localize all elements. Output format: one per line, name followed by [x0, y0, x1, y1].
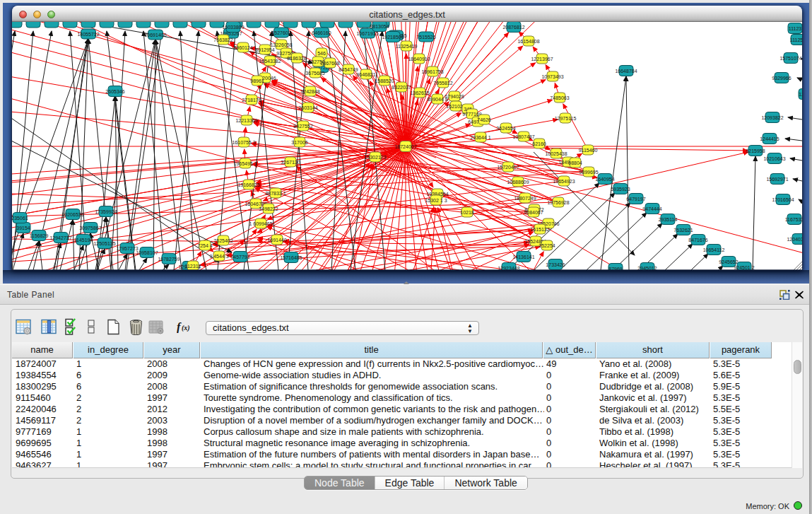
svg-text:15302173: 15302173 [364, 155, 386, 160]
svg-text:15751074: 15751074 [779, 56, 801, 61]
svg-text:8427552: 8427552 [293, 124, 312, 129]
svg-text:f: f [177, 321, 182, 333]
svg-text:1 6099465: 1 6099465 [249, 221, 272, 226]
svg-text:6794028: 6794028 [445, 94, 464, 99]
svg-text:7254 4: 7254 4 [197, 243, 213, 248]
svg-text:252254: 252254 [539, 243, 555, 248]
svg-text:39154: 39154 [16, 226, 30, 230]
svg-text:10218: 10218 [460, 210, 474, 215]
svg-text:9242848: 9242848 [300, 89, 319, 94]
svg-text:1615132: 1615132 [530, 227, 549, 232]
svg-text:317006: 317006 [291, 140, 307, 145]
svg-text:546: 546 [317, 51, 326, 56]
svg-text:17957273: 17957273 [116, 246, 138, 251]
svg-text:1691440: 1691440 [267, 238, 286, 243]
svg-text:10210643: 10210643 [763, 156, 785, 161]
svg-text:3675685: 3675685 [305, 71, 324, 76]
svg-text:2605346: 2605346 [105, 89, 124, 94]
svg-text:10654112: 10654112 [703, 247, 725, 252]
svg-text:120403514: 120403514 [787, 237, 802, 242]
svg-text:20206536: 20206536 [61, 212, 83, 217]
svg-text:1610755 3: 1610755 3 [232, 140, 255, 145]
svg-text:18807249: 18807249 [514, 196, 536, 201]
svg-text:16961758: 16961758 [421, 69, 443, 74]
svg-text:293644 1: 293644 1 [470, 135, 490, 140]
svg-text:1145194: 1145194 [74, 238, 93, 243]
svg-text:5935923: 5935923 [611, 187, 630, 192]
svg-text:8322037: 8322037 [392, 85, 411, 90]
svg-text:11123: 11123 [789, 26, 802, 31]
svg-text:12213967: 12213967 [531, 57, 553, 62]
svg-text:62160: 62160 [532, 141, 546, 146]
svg-text:8813054: 8813054 [370, 24, 389, 29]
svg-text:7955812: 7955812 [433, 81, 452, 86]
svg-text:9115460: 9115460 [579, 148, 598, 153]
svg-text:8960124: 8960124 [233, 45, 252, 50]
svg-text:9474444: 9474444 [642, 206, 661, 211]
svg-text:16543382: 16543382 [259, 59, 281, 64]
svg-text:10958107: 10958107 [136, 250, 158, 255]
svg-text:2935114: 2935114 [659, 217, 678, 222]
svg-text:15716485: 15716485 [280, 255, 302, 260]
svg-text:17016504: 17016504 [772, 197, 794, 202]
svg-text:7663822: 7663822 [213, 37, 233, 42]
svg-text:98804: 98804 [568, 160, 582, 165]
svg-text:8471676: 8471676 [688, 238, 707, 243]
svg-text:12093822: 12093822 [761, 115, 783, 120]
svg-text:20876812: 20876812 [502, 25, 524, 30]
svg-text:3624554: 3624554 [496, 126, 515, 131]
svg-text:16648784: 16648784 [615, 69, 637, 74]
svg-text:1527602: 1527602 [271, 30, 290, 35]
svg-text:19756928: 19756928 [547, 200, 569, 205]
svg-text:11325419: 11325419 [396, 44, 418, 49]
svg-text:19218506: 19218506 [382, 35, 404, 40]
svg-text:2718176: 2718176 [242, 98, 261, 103]
svg-text:9084067: 9084067 [524, 210, 543, 215]
svg-text:13226058: 13226058 [270, 42, 292, 47]
svg-text:18640910: 18640910 [408, 57, 430, 62]
svg-text:1167533: 1167533 [785, 217, 802, 222]
svg-text:112312: 112312 [185, 264, 201, 269]
svg-text:10807487: 10807487 [512, 134, 534, 139]
svg-text:(x): (x) [182, 324, 190, 332]
svg-text:1640954: 1640954 [595, 177, 614, 182]
svg-text:30975867: 30975867 [79, 226, 101, 230]
svg-text:8215958: 8215958 [746, 148, 765, 153]
svg-text:8454749: 8454749 [339, 67, 358, 72]
svg-text:15302 1 3: 15302 1 3 [425, 198, 447, 203]
svg-text:19166825: 19166825 [237, 182, 259, 187]
svg-text:12213369: 12213369 [235, 118, 257, 123]
svg-text:1156829: 1156829 [30, 233, 49, 238]
svg-text:2867608: 2867608 [320, 61, 339, 66]
svg-text:14136141: 14136141 [512, 255, 534, 259]
svg-text:15720407: 15720407 [497, 165, 519, 170]
svg-text:1244415: 1244415 [760, 136, 779, 141]
svg-text:9 4544 3: 9 4544 3 [209, 254, 228, 259]
svg-text:6466160: 6466160 [312, 30, 331, 35]
svg-text:10671915: 10671915 [356, 31, 378, 36]
svg-text:20691406: 20691406 [144, 33, 166, 37]
svg-text:1588520: 1588520 [375, 78, 394, 83]
svg-text:12975115: 12975115 [555, 116, 577, 121]
svg-text:3267130: 3267130 [281, 160, 300, 165]
svg-text:235061: 235061 [12, 216, 28, 221]
svg-text:9899695: 9899695 [579, 170, 598, 175]
svg-text:16033809: 16033809 [222, 25, 244, 30]
svg-text:8912954: 8912954 [255, 47, 274, 52]
svg-text:74626: 74626 [477, 117, 491, 122]
svg-text:15692971: 15692971 [766, 177, 788, 182]
svg-text:8186328: 8186328 [287, 56, 306, 61]
svg-text:10973493: 10973493 [541, 74, 563, 79]
svg-text:16782759: 16782759 [158, 257, 180, 262]
svg-text:2603144: 2603144 [298, 105, 317, 110]
svg-text:18724007: 18724007 [394, 144, 416, 149]
svg-text:14055712: 14055712 [77, 32, 99, 37]
svg-text:19654923: 19654923 [553, 179, 575, 184]
svg-text:7485063: 7485063 [550, 95, 569, 100]
svg-text:17359924: 17359924 [95, 209, 117, 214]
svg-text:3498222: 3498222 [259, 206, 278, 211]
svg-text:10688609: 10688609 [507, 180, 529, 185]
svg-text:7632621: 7632621 [673, 228, 693, 233]
svg-text:9245652: 9245652 [719, 259, 738, 264]
svg-text:12942737: 12942737 [49, 235, 71, 240]
